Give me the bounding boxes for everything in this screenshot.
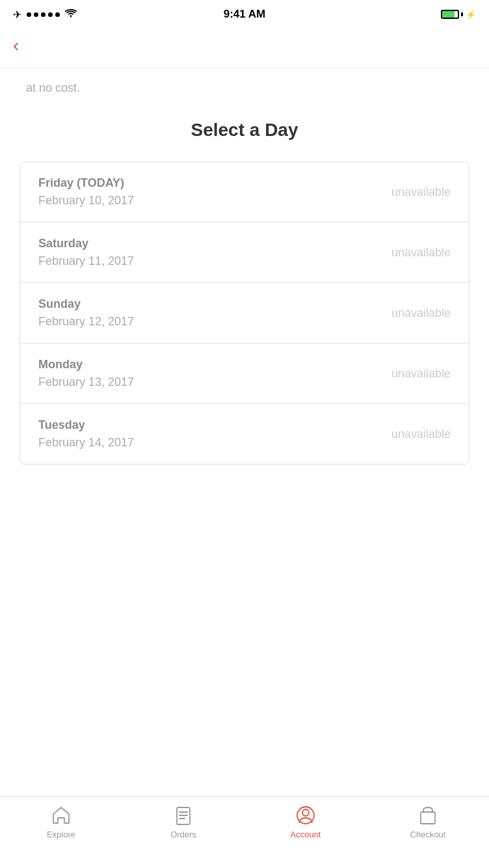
date-status: unavailable: [391, 427, 451, 441]
orders-icon: [173, 805, 194, 826]
account-icon: [295, 805, 316, 826]
date-full: February 13, 2017: [38, 375, 134, 389]
date-status: unavailable: [391, 185, 451, 199]
tab-checkout[interactable]: Checkout: [367, 805, 489, 839]
status-right: ⚡: [441, 10, 476, 20]
svg-rect-6: [421, 812, 435, 824]
signal-dots: [27, 12, 60, 17]
date-list-item[interactable]: Tuesday February 14, 2017 unavailable: [20, 404, 469, 464]
date-list-item[interactable]: Sunday February 12, 2017 unavailable: [20, 283, 469, 344]
date-info: Monday February 13, 2017: [38, 358, 134, 389]
date-day: Monday: [38, 358, 134, 372]
tab-orders-label: Orders: [170, 830, 196, 839]
date-full: February 14, 2017: [38, 436, 134, 450]
main-content: at no cost. Select a Day Friday (TODAY) …: [0, 68, 489, 543]
date-list-item[interactable]: Monday February 13, 2017 unavailable: [20, 344, 469, 404]
airplane-icon: ✈: [13, 8, 21, 21]
status-bar: ✈ 9:41 AM ⚡: [0, 0, 489, 29]
nav-bar: ‹: [0, 29, 489, 68]
home-icon: [51, 805, 72, 826]
date-full: February 10, 2017: [38, 194, 134, 208]
checkout-icon: [417, 805, 438, 826]
date-day: Saturday: [38, 237, 134, 251]
svg-rect-0: [177, 807, 190, 824]
intro-text: at no cost.: [0, 68, 489, 102]
date-status: unavailable: [391, 306, 451, 320]
date-status: unavailable: [391, 367, 451, 381]
date-full: February 12, 2017: [38, 315, 134, 329]
date-full: February 11, 2017: [38, 254, 134, 268]
tab-explore[interactable]: Explore: [0, 805, 122, 839]
tab-explore-label: Explore: [47, 830, 75, 839]
date-day: Sunday: [38, 297, 134, 311]
tab-orders[interactable]: Orders: [122, 805, 244, 839]
tab-account[interactable]: Account: [244, 805, 367, 839]
wifi-icon: [65, 8, 77, 20]
date-info: Saturday February 11, 2017: [38, 237, 134, 268]
date-list: Friday (TODAY) February 10, 2017 unavail…: [20, 161, 469, 465]
date-day: Tuesday: [38, 418, 134, 432]
tab-checkout-label: Checkout: [410, 830, 446, 839]
tab-bar: Explore Orders Account: [0, 796, 489, 868]
date-list-item[interactable]: Friday (TODAY) February 10, 2017 unavail…: [20, 162, 469, 223]
date-status: unavailable: [391, 246, 451, 260]
page-title: Select a Day: [0, 102, 489, 161]
back-button[interactable]: ‹: [13, 34, 24, 57]
status-time: 9:41 AM: [224, 8, 266, 21]
battery-icon: ⚡: [441, 10, 476, 20]
date-info: Tuesday February 14, 2017: [38, 418, 134, 450]
status-left: ✈: [13, 8, 77, 21]
date-info: Friday (TODAY) February 10, 2017: [38, 176, 134, 208]
date-day: Friday (TODAY): [38, 176, 134, 190]
tab-account-label: Account: [291, 830, 321, 839]
svg-point-5: [302, 809, 309, 816]
date-list-item[interactable]: Saturday February 11, 2017 unavailable: [20, 223, 469, 283]
date-info: Sunday February 12, 2017: [38, 297, 134, 329]
